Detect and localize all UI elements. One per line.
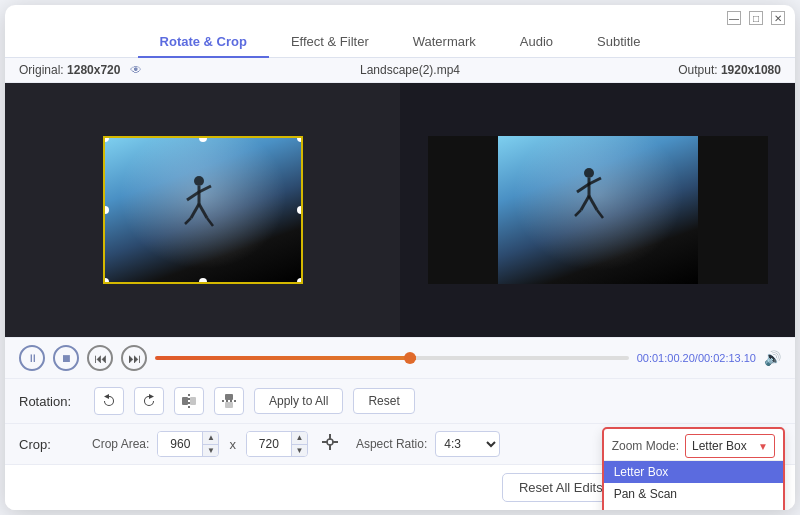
- crop-handle-tr[interactable]: [297, 136, 303, 142]
- reset-button[interactable]: Reset: [353, 388, 414, 414]
- flip-h-icon: [181, 393, 197, 409]
- crop-width-input[interactable]: ▲ ▼: [157, 431, 219, 457]
- dimension-separator: x: [229, 437, 236, 452]
- seek-bar[interactable]: [155, 356, 629, 360]
- crop-area-label: Crop Area:: [92, 437, 149, 451]
- zoom-option-letterbox[interactable]: Letter Box: [604, 461, 783, 483]
- rotate-right-button[interactable]: [134, 387, 164, 415]
- zoom-mode-popup: Zoom Mode: Letter Box ▼ Letter Box Pan &…: [602, 427, 785, 510]
- aspect-ratio-label: Aspect Ratio:: [356, 437, 427, 451]
- svg-rect-16: [182, 397, 188, 405]
- output-value: 1920x1080: [721, 63, 781, 77]
- zoom-mode-header: Zoom Mode: Letter Box ▼: [604, 432, 783, 461]
- svg-line-6: [185, 218, 191, 224]
- seek-handle[interactable]: [404, 352, 416, 364]
- preview-left: [5, 83, 400, 337]
- crop-height-input[interactable]: ▲ ▼: [246, 431, 308, 457]
- rotation-controls: Rotation: Apply to All Reset: [5, 378, 795, 423]
- svg-line-2: [187, 192, 199, 200]
- crop-controls: Crop: Crop Area: ▲ ▼ x ▲ ▼: [5, 423, 795, 464]
- crosshair-icon: [320, 432, 340, 452]
- zoom-option-panscan[interactable]: Pan & Scan: [604, 483, 783, 505]
- rotation-label: Rotation:: [19, 394, 84, 409]
- svg-line-12: [581, 196, 589, 210]
- time-total: 00:02:13.10: [698, 352, 756, 364]
- crop-width-field[interactable]: [158, 432, 202, 456]
- svg-line-13: [589, 196, 597, 210]
- tab-bar: Rotate & Crop Effect & Filter Watermark …: [5, 27, 795, 58]
- output-label: Output:: [678, 63, 717, 77]
- stop-button[interactable]: ⏹: [53, 345, 79, 371]
- crop-handle-tm[interactable]: [199, 136, 207, 142]
- svg-rect-20: [225, 402, 233, 408]
- crop-handle-tl[interactable]: [103, 136, 109, 142]
- crop-handle-br[interactable]: [297, 278, 303, 284]
- main-window: — □ ✕ Rotate & Crop Effect & Filter Wate…: [5, 5, 795, 510]
- crop-handle-bl[interactable]: [103, 278, 109, 284]
- volume-icon[interactable]: 🔊: [764, 350, 781, 366]
- svg-line-7: [207, 218, 213, 226]
- close-button[interactable]: ✕: [771, 11, 785, 25]
- zoom-mode-arrow: ▼: [758, 441, 768, 452]
- skater-silhouette-left: [179, 174, 219, 229]
- original-info: Original: 1280x720 👁: [19, 63, 142, 77]
- original-value: 1280x720: [67, 63, 120, 77]
- flip-v-icon: [221, 393, 237, 409]
- video-frame-right-outer: [428, 136, 768, 284]
- tab-rotate-crop[interactable]: Rotate & Crop: [138, 27, 269, 58]
- zoom-option-full[interactable]: Full: [604, 505, 783, 510]
- tab-subtitle[interactable]: Subtitle: [575, 27, 662, 58]
- crop-handle-bm[interactable]: [199, 278, 207, 284]
- video-frame-left: [103, 136, 303, 284]
- crop-center-icon: [320, 432, 340, 456]
- svg-line-3: [199, 186, 211, 192]
- crop-height-field[interactable]: [247, 432, 291, 456]
- maximize-button[interactable]: □: [749, 11, 763, 25]
- time-display: 00:01:00.20/00:02:13.10: [637, 352, 756, 364]
- output-info: Output: 1920x1080: [678, 63, 781, 77]
- svg-line-4: [191, 204, 199, 218]
- skater-silhouette-right: [568, 166, 610, 221]
- svg-line-5: [199, 204, 207, 218]
- svg-point-0: [194, 176, 204, 186]
- preview-right: [400, 83, 795, 337]
- svg-line-11: [589, 178, 601, 184]
- apply-all-button[interactable]: Apply to All: [254, 388, 343, 414]
- rotate-left-icon: [101, 393, 117, 409]
- crop-label: Crop:: [19, 437, 84, 452]
- zoom-mode-selected: Letter Box: [692, 439, 747, 453]
- svg-rect-19: [225, 394, 233, 400]
- svg-line-15: [597, 210, 603, 218]
- time-current: 00:01:00.20: [637, 352, 695, 364]
- flip-vertical-button[interactable]: [214, 387, 244, 415]
- aspect-ratio-select[interactable]: 4:3 16:9 1:1 Free: [435, 431, 500, 457]
- visibility-icon[interactable]: 👁: [130, 63, 142, 77]
- skip-forward-button[interactable]: ⏭: [121, 345, 147, 371]
- rotate-right-icon: [141, 393, 157, 409]
- crop-handle-mr[interactable]: [297, 206, 303, 214]
- flip-horizontal-button[interactable]: [174, 387, 204, 415]
- crop-width-up[interactable]: ▲: [203, 432, 218, 445]
- crop-width-down[interactable]: ▼: [203, 445, 218, 457]
- preview-area: [5, 83, 795, 337]
- pause-button[interactable]: ⏸: [19, 345, 45, 371]
- zoom-mode-container: Zoom Mode: Letter Box ▼ Letter Box Pan &…: [602, 427, 785, 510]
- tab-watermark[interactable]: Watermark: [391, 27, 498, 58]
- tab-effect-filter[interactable]: Effect & Filter: [269, 27, 391, 58]
- crop-height-down[interactable]: ▼: [292, 445, 307, 457]
- svg-line-10: [577, 184, 589, 192]
- titlebar: — □ ✕: [5, 5, 795, 25]
- skip-back-button[interactable]: ⏮: [87, 345, 113, 371]
- rotate-left-button[interactable]: [94, 387, 124, 415]
- video-frame-right: [498, 136, 698, 284]
- svg-line-14: [575, 210, 581, 216]
- file-name: Landscape(2).mp4: [360, 63, 460, 77]
- zoom-mode-label: Zoom Mode:: [612, 439, 679, 453]
- zoom-mode-trigger[interactable]: Letter Box ▼: [685, 434, 775, 458]
- tab-audio[interactable]: Audio: [498, 27, 575, 58]
- svg-rect-17: [190, 397, 196, 405]
- minimize-button[interactable]: —: [727, 11, 741, 25]
- transport-bar: ⏸ ⏹ ⏮ ⏭ 00:01:00.20/00:02:13.10 🔊: [5, 337, 795, 378]
- crop-height-up[interactable]: ▲: [292, 432, 307, 445]
- crop-handle-ml[interactable]: [103, 206, 109, 214]
